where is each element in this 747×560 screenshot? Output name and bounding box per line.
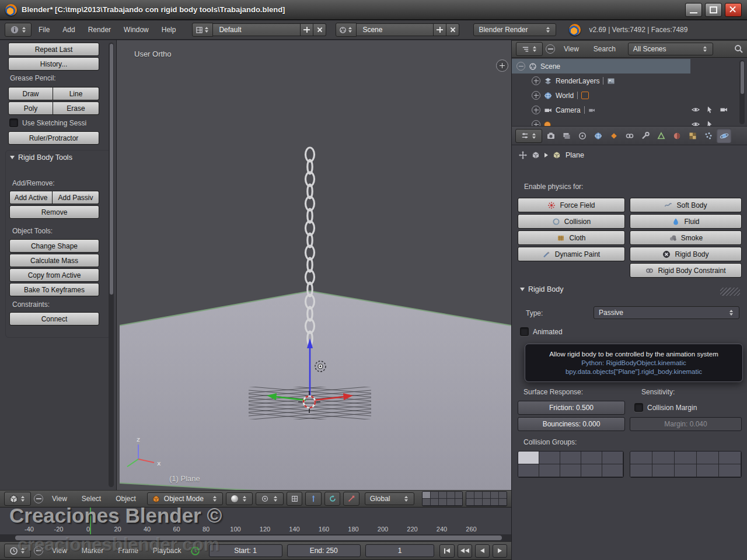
- view3d-editor-selector[interactable]: [4, 492, 31, 506]
- expand-icon[interactable]: [532, 76, 540, 85]
- region-expand-button[interactable]: [496, 60, 508, 72]
- current-frame-indicator[interactable]: [90, 508, 91, 534]
- collision-button[interactable]: Collision: [518, 214, 625, 229]
- expand-icon[interactable]: [532, 106, 540, 114]
- collision-group-cell[interactable]: [652, 452, 675, 464]
- outliner-scrollbar[interactable]: [739, 60, 745, 124]
- scene-add-button[interactable]: [434, 23, 446, 36]
- layout-browse-button[interactable]: [192, 23, 213, 37]
- layer-cell[interactable]: [455, 492, 463, 499]
- layer-cell[interactable]: [466, 492, 474, 499]
- smoke-button[interactable]: Smoke: [630, 230, 742, 245]
- scrollbar-thumb[interactable]: [15, 536, 502, 540]
- tab-physics[interactable]: [717, 128, 731, 143]
- menu-file[interactable]: File: [33, 23, 55, 37]
- tree-row-renderlayers[interactable]: RenderLayers: [512, 74, 747, 88]
- jump-to-start-button[interactable]: [439, 544, 454, 558]
- render-engine-dropdown[interactable]: Blender Render: [473, 23, 556, 36]
- rigid-body-type-dropdown[interactable]: Passive: [594, 306, 739, 319]
- translate-manipulator-button[interactable]: [305, 492, 322, 506]
- menu-view[interactable]: View: [558, 42, 585, 56]
- tree-row-camera[interactable]: Camera: [512, 103, 747, 117]
- play-reverse-button[interactable]: [475, 544, 490, 558]
- rigid-body-panel-header[interactable]: Rigid Body: [520, 285, 563, 293]
- search-icon[interactable]: [734, 44, 743, 54]
- display-filter-dropdown[interactable]: All Scenes: [628, 43, 713, 55]
- collision-margin-checkbox[interactable]: [634, 403, 643, 412]
- collision-group-cell[interactable]: [539, 464, 560, 477]
- layer-cell[interactable]: [491, 499, 499, 506]
- menu-search[interactable]: Search: [588, 42, 622, 56]
- rigid-body-tools-header[interactable]: Rigid Body Tools: [10, 153, 72, 162]
- tab-render-layers[interactable]: [559, 128, 574, 143]
- scene-browse-button[interactable]: [336, 23, 357, 37]
- collision-group-cell[interactable]: [675, 452, 697, 464]
- collision-group-cell[interactable]: [697, 452, 719, 464]
- collapse-menus-icon[interactable]: [34, 546, 43, 555]
- layer-cell[interactable]: [499, 492, 507, 499]
- timeline-scrollbar[interactable]: [0, 534, 511, 541]
- collision-group-cell[interactable]: [602, 452, 623, 464]
- tab-constraints[interactable]: [622, 128, 637, 143]
- collision-group-cell[interactable]: [652, 464, 675, 477]
- animated-checkbox[interactable]: [520, 327, 529, 336]
- layer-cell[interactable]: [431, 499, 439, 506]
- rigid-body-constraint-button[interactable]: Rigid Body Constraint: [630, 263, 742, 278]
- gp-erase-button[interactable]: Erase: [53, 102, 99, 115]
- current-frame-field[interactable]: 1: [365, 544, 435, 557]
- breadcrumb-object-name[interactable]: Plane: [566, 151, 584, 159]
- expand-icon[interactable]: [532, 91, 540, 100]
- tree-row-partial[interactable]: [512, 117, 747, 127]
- connect-button[interactable]: Connect: [9, 312, 99, 326]
- ruler-protractor-button[interactable]: Ruler/Protractor: [8, 131, 99, 145]
- collision-group-cell[interactable]: [518, 464, 539, 477]
- toolshelf-scrollbar[interactable]: [109, 43, 114, 487]
- add-active-button[interactable]: Add Active: [9, 191, 53, 204]
- layer-cell[interactable]: [483, 492, 491, 499]
- layout-unlink-button[interactable]: [313, 23, 326, 36]
- layer-cell[interactable]: [455, 499, 463, 506]
- dynamic-paint-button[interactable]: Dynamic Paint: [518, 247, 625, 261]
- layer-cell[interactable]: [447, 499, 455, 506]
- collision-group-cell[interactable]: [581, 464, 602, 477]
- collision-group-cell[interactable]: [560, 464, 581, 477]
- bake-to-keyframes-button[interactable]: Bake To Keyframes: [9, 283, 99, 296]
- menu-help[interactable]: Help: [156, 23, 182, 37]
- minimize-button[interactable]: [685, 3, 702, 17]
- collision-group-cell[interactable]: [675, 464, 697, 477]
- menu-frame[interactable]: Frame: [112, 544, 144, 558]
- tab-render[interactable]: [543, 128, 558, 143]
- end-frame-field[interactable]: End: 250: [287, 544, 361, 557]
- margin-slider[interactable]: Margin: 0.040: [630, 417, 742, 431]
- collision-group-cell[interactable]: [630, 464, 652, 477]
- scene-unlink-button[interactable]: [446, 23, 459, 36]
- outliner-editor-selector[interactable]: [516, 42, 543, 56]
- scrollbar-thumb[interactable]: [741, 61, 744, 94]
- collapse-menus-icon[interactable]: [34, 494, 43, 503]
- maximize-button[interactable]: [705, 3, 722, 17]
- layer-cell[interactable]: [491, 492, 499, 499]
- menu-view[interactable]: View: [46, 544, 73, 558]
- tab-material[interactable]: [669, 128, 684, 143]
- layer-cell[interactable]: [447, 492, 455, 499]
- manipulator-toggle-button[interactable]: [287, 492, 303, 506]
- viewport-shading-dropdown[interactable]: [226, 492, 253, 505]
- gp-poly-button[interactable]: Poly: [8, 102, 53, 115]
- collision-group-cell[interactable]: [719, 464, 741, 477]
- pointer-icon[interactable]: [706, 106, 714, 114]
- gp-line-button[interactable]: Line: [53, 87, 99, 100]
- 3d-viewport[interactable]: z x User Ortho (1) Plane: [117, 40, 511, 490]
- timeline-track[interactable]: -40-200204060801001201401601802002202402…: [0, 508, 511, 535]
- info-editor-selector[interactable]: [5, 23, 32, 37]
- menu-playback[interactable]: Playback: [147, 544, 187, 558]
- collision-group-cell[interactable]: [539, 452, 560, 464]
- cloth-button[interactable]: Cloth: [518, 230, 625, 245]
- properties-editor-selector[interactable]: [515, 129, 542, 143]
- collision-group-cell[interactable]: [581, 452, 602, 464]
- prev-keyframe-button[interactable]: [458, 544, 472, 558]
- collision-group-cell[interactable]: [630, 452, 652, 464]
- copy-from-active-button[interactable]: Copy from Active: [9, 268, 99, 282]
- gp-draw-button[interactable]: Draw: [8, 87, 53, 100]
- layer-cell[interactable]: [483, 499, 491, 506]
- menu-add[interactable]: Add: [57, 23, 81, 37]
